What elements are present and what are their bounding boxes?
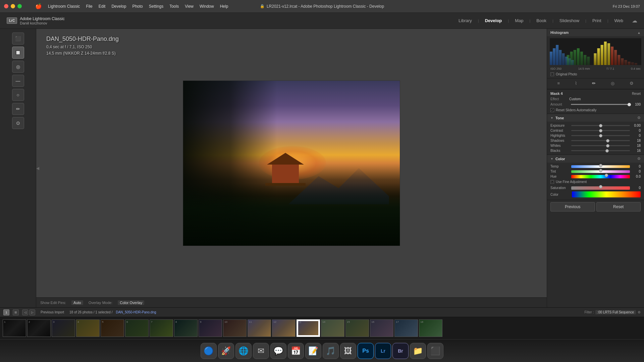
- color-swatch[interactable]: [572, 191, 641, 197]
- dock-finder[interactable]: 🔵: [201, 343, 217, 359]
- apple-menu[interactable]: 🍎: [35, 3, 42, 9]
- film-filename-link[interactable]: DAN_5050-HDR-Pano.dng: [116, 310, 156, 314]
- basic-icon[interactable]: ≡: [555, 80, 563, 87]
- menu-help[interactable]: Help: [220, 4, 228, 9]
- tint-track[interactable]: [571, 170, 630, 173]
- menu-edit[interactable]: Edit: [99, 4, 106, 9]
- film-filter-settings-icon[interactable]: ⚙: [638, 310, 641, 314]
- original-photo-checkbox[interactable]: ☐: [550, 72, 554, 76]
- histogram-header[interactable]: Histogram ▲: [547, 29, 644, 36]
- color-settings-icon[interactable]: ⚙: [637, 157, 641, 161]
- menu-view[interactable]: View: [185, 4, 194, 9]
- film-thumb-12[interactable]: 12: [272, 319, 296, 337]
- reset-button[interactable]: Reset: [596, 202, 641, 212]
- mask-reset-btn[interactable]: Reset: [632, 92, 641, 96]
- highlights-track[interactable]: [571, 135, 630, 136]
- tone-curve-icon[interactable]: ⌇: [572, 80, 580, 87]
- radial-tool[interactable]: ○: [12, 89, 24, 101]
- dock-mail[interactable]: ✉: [253, 343, 269, 359]
- menu-develop[interactable]: Develop: [111, 4, 126, 9]
- film-thumb-17[interactable]: 17: [394, 319, 418, 337]
- amount-track[interactable]: [571, 104, 629, 105]
- whites-track[interactable]: [571, 145, 630, 146]
- exposure-track[interactable]: [571, 125, 630, 126]
- menu-tools[interactable]: Tools: [169, 4, 179, 9]
- hsl-icon[interactable]: ✏: [589, 80, 598, 87]
- next-film-btn[interactable]: ▷: [29, 309, 35, 315]
- film-thumb-18[interactable]: 18: [419, 319, 442, 337]
- mask-tool[interactable]: ⊙: [12, 117, 24, 129]
- nav-library[interactable]: Library: [454, 17, 477, 24]
- dock-bridge[interactable]: Br: [392, 343, 409, 359]
- prev-film-btn[interactable]: ◁: [22, 309, 28, 315]
- gradient-tool[interactable]: —: [12, 75, 24, 87]
- left-panel-toggle[interactable]: ◀: [36, 166, 39, 171]
- grid-view-btn[interactable]: ⊞: [13, 309, 19, 315]
- healing-tool[interactable]: 🔲: [12, 47, 24, 59]
- nav-develop[interactable]: Develop: [480, 17, 507, 24]
- nav-web[interactable]: Web: [610, 17, 628, 24]
- film-thumb-9[interactable]: 9: [199, 319, 222, 337]
- adjustment-brush[interactable]: ✏: [12, 103, 24, 115]
- dock-launchpad[interactable]: 🚀: [218, 343, 234, 359]
- film-thumb-5[interactable]: 5: [101, 319, 124, 337]
- dock-calendar[interactable]: 📅: [288, 343, 304, 359]
- crop-tool[interactable]: ⬛: [12, 33, 24, 45]
- color-section-header[interactable]: ▼ Color ⚙: [547, 155, 644, 163]
- color-grading-icon[interactable]: ◎: [608, 80, 617, 87]
- film-thumb-1[interactable]: 1: [3, 319, 26, 337]
- film-thumb-8[interactable]: 8: [174, 319, 198, 337]
- menu-photo[interactable]: Photo: [132, 4, 143, 9]
- film-thumb-15[interactable]: 15: [345, 319, 369, 337]
- film-thumb-11[interactable]: 11: [248, 319, 271, 337]
- settings-icon[interactable]: ⚙: [627, 80, 636, 87]
- temp-track[interactable]: [571, 165, 630, 168]
- dock-music[interactable]: 🎵: [323, 343, 339, 359]
- dock-messages[interactable]: 💬: [270, 343, 286, 359]
- red-eye-tool[interactable]: ◎: [12, 61, 24, 73]
- film-thumb-13[interactable]: 13: [297, 319, 320, 337]
- dock-ps[interactable]: Ps: [358, 343, 374, 359]
- nav-book[interactable]: Book: [532, 17, 551, 24]
- nav-slideshow[interactable]: Slideshow: [555, 17, 584, 24]
- fullscreen-button[interactable]: [17, 4, 22, 8]
- hue-track[interactable]: [571, 175, 630, 178]
- nav-print[interactable]: Print: [588, 17, 606, 24]
- film-thumb-3[interactable]: 3: [52, 319, 75, 337]
- contrast-track[interactable]: [571, 130, 630, 131]
- dock-terminal[interactable]: ⬛: [427, 343, 443, 359]
- film-thumb-16[interactable]: 16: [370, 319, 393, 337]
- tone-section-header[interactable]: ▼ Tone ⚙: [547, 114, 644, 122]
- film-thumb-2[interactable]: 2: [27, 319, 51, 337]
- dock-safari[interactable]: 🌐: [235, 343, 252, 359]
- film-thumb-14[interactable]: 14: [321, 319, 344, 337]
- film-thumb-6[interactable]: 6: [125, 319, 149, 337]
- dock-photos[interactable]: 🖼: [340, 343, 356, 359]
- overlay-mode-value[interactable]: Color Overlay: [118, 300, 144, 305]
- reset-sliders-checkbox[interactable]: ✓: [550, 108, 554, 112]
- film-thumb-7[interactable]: 7: [150, 319, 173, 337]
- photo-canvas[interactable]: [36, 29, 547, 297]
- edit-pins-value[interactable]: Auto: [71, 300, 83, 305]
- menu-window[interactable]: Window: [200, 4, 214, 9]
- nav-map[interactable]: Map: [510, 17, 528, 24]
- dock-lr[interactable]: Lr: [375, 343, 391, 359]
- close-button[interactable]: [4, 4, 8, 8]
- saturation-track[interactable]: [571, 186, 630, 190]
- film-thumb-4[interactable]: 4: [76, 319, 100, 337]
- film-thumb-10[interactable]: 10: [223, 319, 247, 337]
- film-filter-value[interactable]: :00 LRTS Full Sequence: [595, 310, 636, 314]
- blacks-track[interactable]: [571, 150, 630, 151]
- previous-button[interactable]: Previous: [550, 202, 595, 212]
- dock-finder2[interactable]: 📁: [410, 343, 426, 359]
- tone-settings-icon[interactable]: ⚙: [637, 116, 641, 120]
- shadows-track[interactable]: [571, 140, 630, 141]
- minimize-button[interactable]: [11, 4, 15, 8]
- dock-notes[interactable]: 📝: [305, 343, 321, 359]
- menu-lightroom[interactable]: Lightroom Classic: [48, 4, 80, 9]
- fine-adjustment-checkbox[interactable]: ☐: [550, 180, 554, 184]
- menu-file[interactable]: File: [86, 4, 92, 9]
- panels-scroll[interactable]: Mask 4 Reset Effect Custom Amount: [547, 89, 644, 307]
- single-view-btn[interactable]: 1: [3, 309, 9, 315]
- menu-settings[interactable]: Settings: [149, 4, 163, 9]
